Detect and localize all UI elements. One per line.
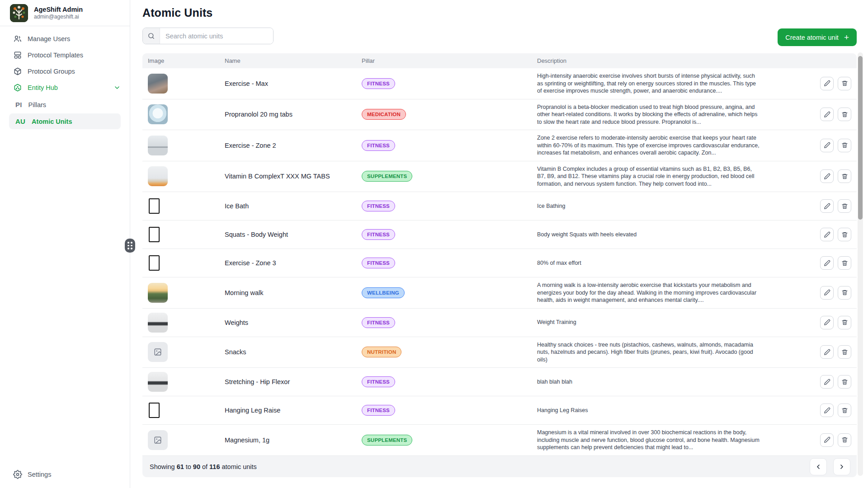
sidebar: AgeShift Admin admin@ageshift.ai Manage …	[0, 0, 130, 488]
delete-button[interactable]	[838, 169, 851, 183]
pencil-icon	[824, 407, 830, 414]
trash-icon	[841, 80, 848, 87]
chevron-left-icon	[815, 463, 822, 470]
templates-icon	[13, 51, 22, 60]
previous-page-button[interactable]	[810, 458, 827, 475]
edit-button[interactable]	[820, 345, 834, 359]
table-row[interactable]: Weights FITNESS Weight Training	[142, 309, 857, 337]
delete-button[interactable]	[838, 404, 851, 417]
atomic-unit-thumbnail	[148, 372, 168, 392]
edit-button[interactable]	[820, 433, 834, 447]
edit-button[interactable]	[820, 77, 834, 90]
pillars-abbr-icon: PI	[15, 101, 22, 108]
table-row[interactable]: Squats - Body Weight FITNESS Body weight…	[142, 221, 857, 249]
atomic-unit-description: A morning walk is a low-intensity aerobi…	[537, 282, 760, 304]
delete-button[interactable]	[838, 286, 851, 300]
sidebar-item-label: Settings	[28, 471, 51, 478]
vertical-scrollbar[interactable]	[858, 52, 863, 476]
pillar-badge: FITNESS	[362, 258, 395, 268]
sidebar-user-info: AgeShift Admin admin@ageshift.ai	[34, 5, 83, 21]
delete-button[interactable]	[838, 77, 851, 90]
pillar-cell: FITNESS	[362, 376, 537, 387]
atomic-unit-thumbnail	[148, 166, 168, 186]
edit-button[interactable]	[820, 375, 834, 389]
edit-button[interactable]	[820, 139, 834, 152]
delete-button[interactable]	[838, 199, 851, 213]
table-row[interactable]: Vitamin B ComplexT XXX MG TABS SUPPLEMEN…	[142, 161, 857, 192]
pillar-cell: FITNESS	[362, 229, 537, 240]
atomic-unit-description: Propranolol is a beta-blocker medication…	[537, 103, 760, 126]
trash-icon	[841, 203, 848, 210]
entity-hub-icon	[13, 83, 22, 92]
pillar-badge: FITNESS	[362, 78, 395, 89]
sidebar-item-atomic-units[interactable]: AU Atomic Units	[9, 113, 121, 129]
row-actions	[806, 404, 851, 417]
delete-button[interactable]	[838, 108, 851, 121]
table-row[interactable]: Ice Bath FITNESS Ice Bathing	[142, 192, 857, 221]
table-row[interactable]: Magnesium, 1g SUPPLEMENTS Magnesium is a…	[142, 425, 857, 456]
create-atomic-unit-button[interactable]: Create atomic unit +	[778, 28, 857, 46]
sidebar-item-label: Manage Users	[28, 35, 70, 42]
next-page-button[interactable]	[833, 458, 850, 475]
pencil-icon	[824, 173, 830, 180]
scrollbar-thumb[interactable]	[858, 56, 863, 220]
sidebar-item-protocol-templates[interactable]: Protocol Templates	[4, 47, 126, 63]
delete-button[interactable]	[838, 228, 851, 241]
row-actions	[806, 316, 851, 329]
table-row[interactable]: Propranolol 20 mg tabs MEDICATION Propra…	[142, 99, 857, 131]
table-header: Image Name Pillar Description	[142, 53, 857, 68]
edit-button[interactable]	[820, 228, 834, 241]
pillar-badge: FITNESS	[362, 376, 395, 387]
table-row[interactable]: Exercise - Zone 3 FITNESS 80% of max eff…	[142, 249, 857, 277]
sidebar-resize-handle[interactable]	[125, 239, 135, 253]
delete-button[interactable]	[838, 256, 851, 270]
row-actions	[806, 256, 851, 270]
delete-button[interactable]	[838, 316, 851, 329]
trash-icon	[841, 407, 848, 414]
table-row[interactable]: Stretching - Hip Flexor FITNESS blah bla…	[142, 368, 857, 396]
edit-button[interactable]	[820, 256, 834, 270]
delete-button[interactable]	[838, 375, 851, 389]
chevron-down-icon	[113, 84, 122, 91]
sidebar-item-manage-users[interactable]: Manage Users	[4, 31, 126, 47]
edit-button[interactable]	[820, 286, 834, 300]
table-row[interactable]: Hanging Leg Raise FITNESS Hanging Leg Ra…	[142, 396, 857, 425]
sidebar-item-protocol-groups[interactable]: Protocol Groups	[4, 63, 126, 80]
row-image-cell	[148, 74, 225, 94]
row-actions	[806, 199, 851, 213]
package-icon	[13, 67, 22, 76]
table-row[interactable]: Snacks NUTRITION Healthy snack choices -…	[142, 337, 857, 368]
sidebar-item-entity-hub[interactable]: Entity Hub	[4, 80, 126, 96]
atomic-unit-description: Vitamin B Complex includes a group of es…	[537, 165, 760, 188]
sidebar-item-pillars[interactable]: PI Pillars	[9, 97, 121, 113]
tree-logo-icon	[10, 4, 28, 22]
search-input[interactable]	[160, 28, 273, 44]
trash-icon	[841, 289, 848, 296]
sidebar-nav: Manage Users Protocol Templates Protocol…	[0, 26, 130, 129]
edit-button[interactable]	[820, 108, 834, 121]
row-image-cell	[148, 283, 225, 303]
delete-button[interactable]	[838, 345, 851, 359]
pencil-icon	[824, 111, 830, 118]
pillar-badge: NUTRITION	[362, 347, 401, 357]
edit-button[interactable]	[820, 169, 834, 183]
edit-button[interactable]	[820, 404, 834, 417]
pillar-cell: FITNESS	[362, 405, 537, 416]
table-row[interactable]: Morning walk WELLBEING A morning walk is…	[142, 277, 857, 309]
sidebar-item-settings[interactable]: Settings	[4, 466, 126, 483]
delete-button[interactable]	[838, 433, 851, 447]
atomic-unit-thumbnail	[148, 313, 168, 333]
empty-image-placeholder	[149, 403, 160, 418]
image-placeholder	[148, 430, 168, 450]
atomic-unit-description: blah blah blah	[537, 378, 760, 386]
table-row[interactable]: Exercise - Max FITNESS High-intensity an…	[142, 68, 857, 99]
delete-button[interactable]	[838, 139, 851, 152]
table-footer: Showing61to90of116atomic units	[142, 456, 857, 477]
edit-button[interactable]	[820, 316, 834, 329]
atomic-unit-name: Squats - Body Weight	[225, 231, 362, 238]
table-row[interactable]: Exercise - Zone 2 FITNESS Zone 2 exercis…	[142, 130, 857, 161]
edit-button[interactable]	[820, 199, 834, 213]
pencil-icon	[824, 289, 830, 296]
column-header-image: Image	[148, 57, 225, 64]
atomic-unit-thumbnail	[148, 283, 168, 303]
